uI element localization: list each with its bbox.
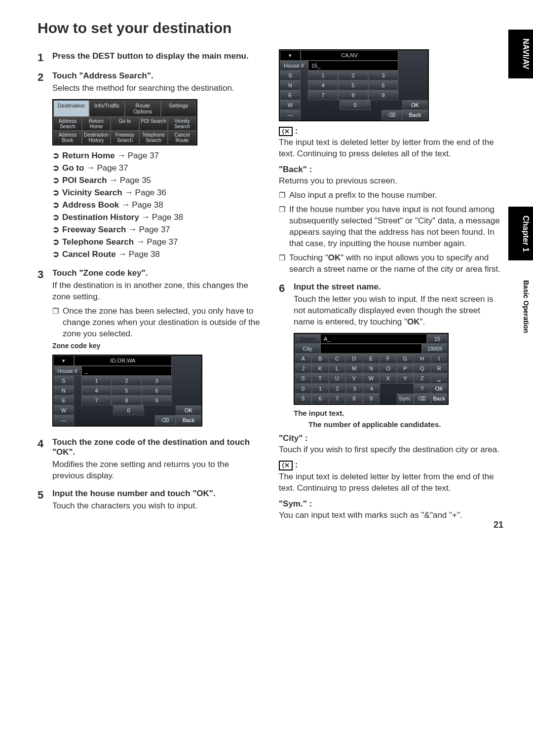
key-7[interactable]: 7 bbox=[308, 90, 338, 100]
key[interactable]: H bbox=[414, 354, 430, 363]
btn-address-book[interactable]: Address Book bbox=[53, 131, 82, 144]
back-button[interactable]: Back bbox=[402, 110, 428, 120]
back-button[interactable]: Back bbox=[431, 394, 448, 404]
key[interactable]: E bbox=[363, 354, 380, 363]
house-input[interactable]: 15_ bbox=[308, 61, 398, 71]
key-5[interactable]: 5 bbox=[338, 80, 368, 90]
key[interactable]: 1 bbox=[312, 384, 329, 394]
key-1[interactable]: 1 bbox=[81, 376, 112, 386]
key[interactable]: F bbox=[380, 354, 396, 363]
key[interactable]: C bbox=[329, 354, 345, 363]
key-9[interactable]: 9 bbox=[368, 90, 398, 100]
space-key[interactable]: ␣ bbox=[431, 373, 448, 384]
sym-key[interactable]: Sym. bbox=[397, 394, 414, 404]
key-3[interactable]: 3 bbox=[142, 376, 172, 386]
key[interactable]: 3 bbox=[346, 384, 363, 394]
key[interactable]: X bbox=[380, 373, 396, 384]
btn-address-search[interactable]: Address Search bbox=[53, 117, 82, 131]
btn-freeway-search[interactable]: Freeway Search bbox=[111, 131, 139, 144]
key[interactable]: 2 bbox=[329, 384, 346, 394]
key-4[interactable]: 4 bbox=[308, 80, 338, 90]
delete-icon[interactable]: ⌫ bbox=[381, 110, 402, 120]
btn-return-home[interactable]: Return Home bbox=[82, 117, 111, 131]
btn-dest-history[interactable]: Destination History bbox=[82, 131, 111, 144]
btn-goto[interactable]: Go to bbox=[111, 117, 139, 131]
key[interactable]: J bbox=[295, 363, 311, 373]
key[interactable]: G bbox=[397, 354, 414, 363]
key[interactable]: U bbox=[329, 373, 345, 384]
key[interactable]: M bbox=[345, 363, 362, 373]
key-2[interactable]: 2 bbox=[112, 376, 142, 386]
street-tab[interactable]: Street bbox=[295, 334, 320, 344]
city-tab[interactable]: City bbox=[295, 344, 320, 354]
key[interactable]: 5 bbox=[295, 394, 311, 404]
key-7[interactable]: 7 bbox=[81, 396, 112, 405]
key[interactable]: I bbox=[431, 354, 448, 363]
ok-button[interactable]: OK bbox=[176, 405, 201, 415]
back-button[interactable]: Back bbox=[176, 415, 201, 426]
key-n[interactable]: N bbox=[280, 80, 301, 90]
key[interactable]: R bbox=[431, 363, 448, 373]
city-input[interactable] bbox=[320, 344, 422, 354]
key-8[interactable]: 8 bbox=[338, 90, 368, 100]
key[interactable]: V bbox=[345, 373, 362, 384]
btn-cancel-route[interactable]: Cancel Route bbox=[168, 131, 196, 144]
key[interactable]: 9 bbox=[363, 394, 380, 404]
key[interactable]: N bbox=[363, 363, 380, 373]
key[interactable]: 7 bbox=[329, 394, 345, 404]
key[interactable]: B bbox=[311, 354, 328, 363]
key[interactable]: T bbox=[311, 373, 328, 384]
key[interactable]: 6 bbox=[311, 394, 328, 404]
key[interactable]: Y bbox=[397, 373, 414, 384]
btn-poi-search[interactable]: POI Search bbox=[139, 117, 168, 131]
delete-icon[interactable]: ⌫ bbox=[414, 394, 430, 404]
house-label[interactable]: House # bbox=[53, 366, 81, 376]
key-e[interactable]: E bbox=[280, 90, 301, 100]
tab-destination[interactable]: Destination bbox=[53, 100, 89, 117]
key-e[interactable]: E bbox=[53, 396, 74, 405]
key[interactable]: O bbox=[380, 363, 396, 373]
tab-info[interactable]: Info/Traffic bbox=[89, 100, 125, 117]
key-s[interactable]: S bbox=[53, 376, 74, 386]
key-0[interactable]: 0 bbox=[340, 100, 371, 110]
key-2[interactable]: 2 bbox=[338, 71, 368, 80]
key-1[interactable]: 1 bbox=[308, 71, 338, 80]
key[interactable]: K bbox=[311, 363, 328, 373]
key[interactable]: D bbox=[345, 354, 362, 363]
key-dash[interactable]: — bbox=[280, 110, 301, 120]
key-0[interactable]: 0 bbox=[113, 405, 145, 415]
key-5[interactable]: 5 bbox=[112, 386, 142, 396]
key-4[interactable]: 4 bbox=[81, 386, 112, 396]
street-input[interactable]: A_ bbox=[320, 334, 427, 344]
key-6[interactable]: 6 bbox=[142, 386, 172, 396]
zone-key[interactable]: ▾ bbox=[280, 50, 301, 61]
key[interactable]: 4 bbox=[363, 384, 381, 394]
key[interactable]: S bbox=[295, 373, 311, 384]
btn-vicinity-search[interactable]: Vicinity Search bbox=[168, 117, 196, 131]
zone-key[interactable]: ▾ bbox=[53, 356, 74, 366]
key-3[interactable]: 3 bbox=[368, 71, 398, 80]
key-n[interactable]: N bbox=[53, 386, 74, 396]
key[interactable]: L bbox=[329, 363, 345, 373]
key-6[interactable]: 6 bbox=[368, 80, 398, 90]
key-w[interactable]: W bbox=[280, 100, 301, 110]
key-dash[interactable]: — bbox=[53, 415, 74, 426]
key[interactable]: W bbox=[363, 373, 380, 384]
tab-settings[interactable]: Settings bbox=[161, 100, 197, 117]
delete-icon[interactable]: ⌫ bbox=[155, 415, 176, 426]
key-s[interactable]: S bbox=[280, 71, 301, 80]
ok-button[interactable]: OK bbox=[402, 100, 428, 110]
key[interactable]: 8 bbox=[345, 394, 362, 404]
house-input[interactable]: _ bbox=[81, 366, 172, 376]
house-label[interactable]: House # bbox=[280, 61, 308, 71]
help-key[interactable]: ? bbox=[414, 384, 431, 394]
key-8[interactable]: 8 bbox=[112, 396, 142, 405]
tab-route[interactable]: Route Options bbox=[125, 100, 161, 117]
ok-button[interactable]: OK bbox=[430, 384, 448, 394]
key[interactable]: Q bbox=[414, 363, 430, 373]
key-w[interactable]: W bbox=[53, 405, 74, 415]
btn-telephone-search[interactable]: Telephone Search bbox=[139, 131, 168, 144]
key[interactable]: 0 bbox=[295, 384, 312, 394]
key[interactable]: Z bbox=[414, 373, 430, 384]
key[interactable]: A bbox=[295, 354, 311, 363]
